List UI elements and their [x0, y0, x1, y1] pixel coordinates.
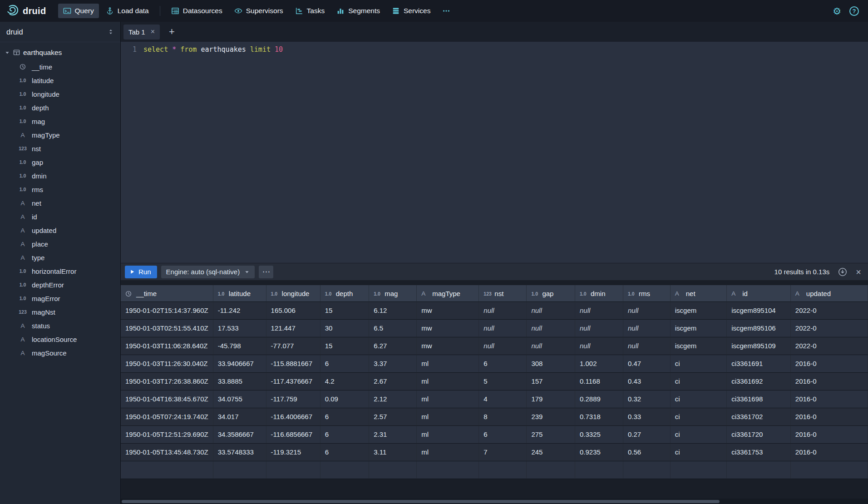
table-cell[interactable]: ci	[670, 408, 726, 425]
sidebar-column-locationSource[interactable]: AlocationSource	[0, 332, 120, 346]
sidebar-column-rms[interactable]: 1.0rms	[0, 183, 120, 196]
sidebar-column-longitude[interactable]: 1.0longitude	[0, 87, 120, 101]
sidebar-column-magNst[interactable]: 123magNst	[0, 305, 120, 319]
table-cell[interactable]: 2016-0	[790, 443, 868, 461]
sidebar-column-status[interactable]: Astatus	[0, 319, 120, 332]
table-cell[interactable]: ci3361720	[727, 425, 791, 443]
table-cell[interactable]: 1950-01-05T13:45:48.730Z	[121, 443, 213, 461]
table-cell[interactable]: 3.37	[369, 355, 417, 372]
table-cell[interactable]: ml	[417, 372, 479, 390]
column-header-net[interactable]: Anet	[670, 285, 726, 301]
brand[interactable]: druid	[6, 4, 46, 18]
column-header-longitude[interactable]: 1.0longitude	[266, 285, 320, 301]
table-cell[interactable]: 1950-01-05T07:24:19.740Z	[121, 408, 213, 425]
table-cell[interactable]: null	[479, 337, 527, 355]
table-cell[interactable]: 1950-01-03T17:26:38.860Z	[121, 372, 213, 390]
table-cell[interactable]: 179	[527, 390, 575, 408]
table-cell[interactable]: null	[575, 301, 623, 319]
table-cell[interactable]: null	[479, 301, 527, 319]
table-cell[interactable]: 6	[479, 425, 527, 443]
table-cell[interactable]: -11.242	[213, 301, 266, 319]
nav-item-tasks[interactable]: Tasks	[290, 4, 330, 18]
table-cell[interactable]: 0.3325	[575, 425, 623, 443]
table-cell[interactable]: 15	[320, 301, 369, 319]
sidebar-column-net[interactable]: Anet	[0, 196, 120, 210]
table-cell[interactable]: 33.5748333	[213, 443, 266, 461]
table-cell[interactable]: 0.33	[623, 408, 670, 425]
table-cell[interactable]: -77.077	[266, 337, 320, 355]
table-cell[interactable]: 308	[527, 355, 575, 372]
table-cell[interactable]: 6	[320, 408, 369, 425]
sidebar-column-magSource[interactable]: AmagSource	[0, 346, 120, 360]
nav-item-query[interactable]: Query	[58, 4, 99, 18]
run-button[interactable]: Run	[125, 266, 157, 278]
column-header-id[interactable]: Aid	[727, 285, 791, 301]
table-cell[interactable]: 2022-0	[790, 319, 868, 337]
table-cell[interactable]: ml	[417, 408, 479, 425]
table-cell[interactable]: ci3361702	[727, 408, 791, 425]
column-header-gap[interactable]: 1.0gap	[527, 285, 575, 301]
column-header-mag[interactable]: 1.0mag	[369, 285, 417, 301]
sql-editor[interactable]: 1 select * from earthquakes limit 10	[121, 42, 868, 263]
datasource-earthquakes[interactable]: earthquakes	[0, 45, 120, 60]
column-header-magType[interactable]: AmagType	[417, 285, 479, 301]
nav-item-load-data[interactable]: Load data	[101, 4, 154, 18]
table-cell[interactable]: 8	[479, 408, 527, 425]
column-header-__time[interactable]: __time	[121, 285, 213, 301]
table-cell[interactable]: null	[575, 319, 623, 337]
table-cell[interactable]: 245	[527, 443, 575, 461]
sidebar-column-depthError[interactable]: 1.0depthError	[0, 278, 120, 292]
sidebar-column-__time[interactable]: __time	[0, 60, 120, 74]
table-cell[interactable]: 157	[527, 372, 575, 390]
table-cell[interactable]: 1950-01-04T16:38:45.670Z	[121, 390, 213, 408]
table-cell[interactable]: 2016-0	[790, 372, 868, 390]
table-cell[interactable]: 1.002	[575, 355, 623, 372]
table-cell[interactable]: 6	[479, 355, 527, 372]
table-cell[interactable]: null	[527, 301, 575, 319]
table-cell[interactable]: 0.43	[623, 372, 670, 390]
table-cell[interactable]: 0.9235	[575, 443, 623, 461]
column-header-dmin[interactable]: 1.0dmin	[575, 285, 623, 301]
table-cell[interactable]: 7	[479, 443, 527, 461]
table-cell[interactable]: 1950-01-03T11:06:28.640Z	[121, 337, 213, 355]
sidebar-column-mag[interactable]: 1.0mag	[0, 114, 120, 128]
table-cell[interactable]: null	[527, 337, 575, 355]
help-icon[interactable]: ?	[849, 6, 859, 16]
sidebar-column-place[interactable]: Aplace	[0, 237, 120, 251]
table-cell[interactable]: 6	[320, 425, 369, 443]
table-cell[interactable]: ci	[670, 425, 726, 443]
table-cell[interactable]: iscgem895109	[727, 337, 791, 355]
table-cell[interactable]: 30	[320, 319, 369, 337]
table-cell[interactable]: 1950-01-02T15:14:37.960Z	[121, 301, 213, 319]
table-cell[interactable]: 6.12	[369, 301, 417, 319]
table-cell[interactable]: 1950-01-05T12:51:29.690Z	[121, 425, 213, 443]
table-cell[interactable]: ci	[670, 390, 726, 408]
table-cell[interactable]: 4.2	[320, 372, 369, 390]
table-cell[interactable]: 1950-01-03T02:51:55.410Z	[121, 319, 213, 337]
column-header-depth[interactable]: 1.0depth	[320, 285, 369, 301]
table-cell[interactable]: 239	[527, 408, 575, 425]
table-cell[interactable]: 34.017	[213, 408, 266, 425]
close-results-icon[interactable]: ×	[853, 267, 864, 277]
new-tab-button[interactable]: +	[166, 27, 178, 37]
table-cell[interactable]: 2.12	[369, 390, 417, 408]
table-cell[interactable]: 121.447	[266, 319, 320, 337]
table-cell[interactable]: ci3361692	[727, 372, 791, 390]
sidebar-column-latitude[interactable]: 1.0latitude	[0, 74, 120, 87]
table-cell[interactable]: iscgem	[670, 301, 726, 319]
table-cell[interactable]: 6.5	[369, 319, 417, 337]
column-header-nst[interactable]: 123nst	[479, 285, 527, 301]
table-cell[interactable]: 2.57	[369, 408, 417, 425]
table-cell[interactable]: ci	[670, 372, 726, 390]
sidebar-column-id[interactable]: Aid	[0, 210, 120, 223]
table-cell[interactable]: -116.4006667	[266, 408, 320, 425]
table-cell[interactable]: ci3361691	[727, 355, 791, 372]
table-cell[interactable]: 6	[320, 355, 369, 372]
table-cell[interactable]: 0.27	[623, 425, 670, 443]
table-cell[interactable]: 2016-0	[790, 408, 868, 425]
sidebar-column-magType[interactable]: AmagType	[0, 128, 120, 142]
table-cell[interactable]: 165.006	[266, 301, 320, 319]
table-cell[interactable]: 4	[479, 390, 527, 408]
table-cell[interactable]: 33.8885	[213, 372, 266, 390]
table-cell[interactable]: 6	[320, 443, 369, 461]
